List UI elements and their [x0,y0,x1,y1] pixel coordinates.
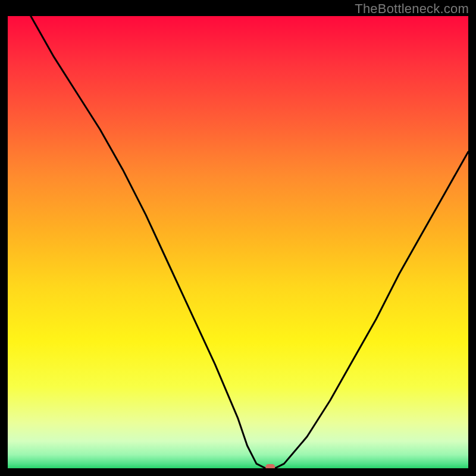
plot-area [8,16,468,468]
chart-svg [8,16,468,468]
bottleneck-curve [31,16,468,468]
watermark-text: TheBottleneck.com [355,1,469,17]
optimal-marker [265,464,275,468]
chart-frame: TheBottleneck.com [0,0,476,476]
